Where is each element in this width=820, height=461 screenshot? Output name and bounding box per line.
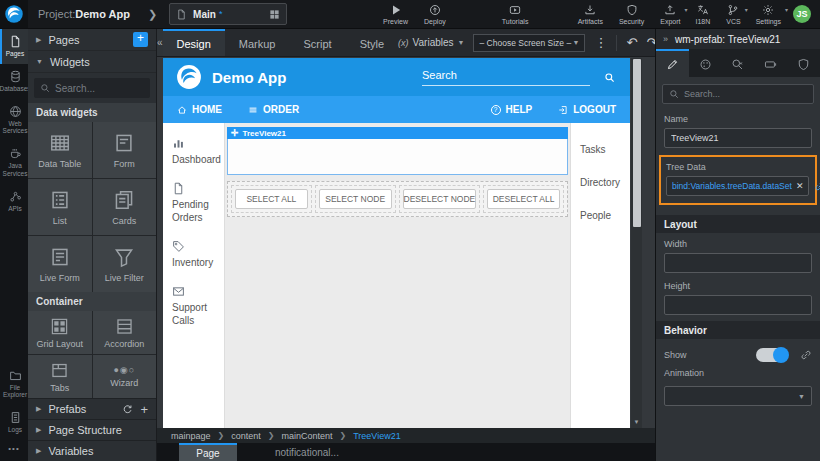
widget-tile-tabs[interactable]: Tabs [28, 355, 92, 398]
properties-search[interactable] [662, 84, 814, 104]
breadcrumb-mainpage[interactable]: mainpage [171, 431, 211, 441]
scrollbar-thumb[interactable] [633, 59, 641, 227]
breadcrumb-content[interactable]: content [231, 431, 261, 441]
rail-item-apis[interactable]: APIs [0, 184, 28, 219]
vcs-button[interactable]: VCS [718, 0, 748, 28]
rail-item-logs[interactable]: Logs [0, 405, 28, 440]
app-search-field[interactable]: Search [422, 69, 590, 86]
export-button[interactable]: Export [652, 0, 688, 28]
breadcrumb-maincontent[interactable]: mainContent [281, 431, 332, 441]
menu-item-inventory[interactable]: Inventory [163, 232, 224, 277]
nav-home[interactable]: HOME [177, 104, 222, 115]
tab-design[interactable]: Design [163, 29, 225, 56]
tab-style[interactable]: Style [346, 29, 398, 56]
page-grid-icon[interactable] [269, 9, 280, 20]
show-toggle[interactable] [756, 348, 788, 362]
page-tab[interactable]: Page [179, 443, 237, 461]
nav-help[interactable]: ? HELP [491, 104, 533, 115]
widget-search-input[interactable] [55, 83, 140, 94]
tab-properties[interactable] [656, 49, 689, 77]
tab-events[interactable] [722, 49, 755, 77]
tutorials-button[interactable]: Tutorials [494, 0, 537, 28]
screen-size-select[interactable]: – Choose Screen Size – ▼ [473, 34, 585, 52]
name-input[interactable] [664, 128, 812, 148]
bind-link-icon[interactable] [814, 180, 820, 192]
move-handle-icon[interactable]: ✛ [231, 128, 239, 138]
add-prefab-icon[interactable]: + [140, 402, 148, 417]
prefabs-accordion[interactable]: ▶ Prefabs + [28, 398, 156, 419]
settings-button[interactable]: Settings [748, 0, 789, 28]
rail-item-databases[interactable]: Databases [0, 64, 28, 99]
deselect-node-button[interactable]: DESELECT NODE [403, 189, 477, 209]
deselect-all-button[interactable]: DESELECT ALL [487, 189, 560, 209]
wavemaker-logo[interactable] [0, 0, 28, 28]
menu-item-people[interactable]: People [571, 199, 630, 232]
page-selector[interactable]: Main * [169, 3, 287, 25]
nav-order[interactable]: ORDER [248, 104, 299, 115]
widget-tile-data-table[interactable]: Data Table [28, 122, 92, 178]
widget-tile-cards[interactable]: Cards [93, 179, 157, 235]
tab-security[interactable] [787, 49, 820, 77]
refresh-icon[interactable] [122, 404, 133, 415]
rail-item-web-services[interactable]: Web Services [0, 99, 28, 142]
deploy-button[interactable]: Deploy [416, 0, 454, 28]
rail-item-pages[interactable]: Pages [0, 29, 28, 64]
widget-search[interactable] [34, 78, 150, 98]
behavior-section-header[interactable]: Behavior [656, 321, 820, 339]
vcs-dropdown[interactable]: VCS ▾ [718, 0, 747, 28]
rail-item-file-explorer[interactable]: File Explorer [0, 363, 28, 406]
select-all-button[interactable]: SELECT ALL [235, 189, 308, 209]
widget-tile-live-form[interactable]: Live Form [28, 236, 92, 292]
animation-select[interactable]: ▼ [664, 386, 812, 406]
i18n-button[interactable]: I18N [687, 0, 718, 28]
widget-tile-grid-layout[interactable]: Grid Layout [28, 311, 92, 354]
width-input[interactable] [664, 253, 812, 273]
widget-tile-wizard[interactable]: ●◉○ Wizard [93, 355, 157, 398]
rail-item-java-services[interactable]: Java Services [0, 141, 28, 184]
tab-script[interactable]: Script [290, 29, 346, 56]
tree-data-input[interactable]: bind:Variables.treeData.dataSet ✕ [666, 176, 809, 196]
variables-dropdown[interactable]: (x) Variables ▼ [398, 37, 464, 48]
bind-link-icon[interactable] [800, 349, 812, 361]
widget-selection-bar[interactable]: ✛ TreeView21 [227, 127, 568, 139]
settings-dropdown[interactable]: Settings ▾ [748, 0, 788, 28]
export-dropdown[interactable]: Export ▾ [652, 0, 687, 28]
security-button[interactable]: Security [611, 0, 652, 28]
artifacts-button[interactable]: Artifacts [570, 0, 611, 28]
preview-button[interactable]: Preview [375, 0, 416, 28]
collapse-right-panel-button[interactable]: » [663, 34, 668, 44]
widgets-accordion[interactable]: ▼ Widgets [28, 51, 156, 73]
layout-section-header[interactable]: Layout [656, 215, 820, 233]
widget-tile-accordion[interactable]: Accordion [93, 311, 157, 354]
pages-accordion[interactable]: ▶ Pages + [28, 29, 156, 51]
breadcrumb-treeview21[interactable]: TreeView21 [353, 431, 401, 441]
search-icon[interactable] [604, 72, 615, 83]
tab-styles[interactable] [689, 49, 722, 77]
select-node-button[interactable]: SELECT NODE [319, 189, 392, 209]
nav-logout[interactable]: LOGOUT [558, 104, 616, 115]
menu-item-directory[interactable]: Directory [571, 166, 630, 199]
undo-button[interactable]: ↶ [626, 36, 637, 49]
selected-treeview-widget[interactable]: ✛ TreeView21 [227, 127, 568, 175]
canvas-scrollbar[interactable]: ▼ [631, 58, 642, 428]
tab-markup[interactable]: Markup [225, 29, 290, 56]
properties-search-input[interactable] [684, 89, 794, 99]
rail-more-icon[interactable]: ••• [0, 440, 28, 461]
height-input[interactable] [664, 295, 812, 315]
widget-tile-live-filter[interactable]: Live Filter [93, 236, 157, 292]
clear-binding-icon[interactable]: ✕ [792, 181, 804, 191]
scrollbar-down-arrow[interactable]: ▼ [634, 419, 640, 428]
menu-item-dashboard[interactable]: Dashboard [163, 129, 224, 174]
tab-device[interactable] [754, 49, 787, 77]
add-page-button[interactable]: + [133, 32, 148, 47]
widget-tile-list[interactable]: List [28, 179, 92, 235]
widget-tile-form[interactable]: Form [93, 122, 157, 178]
variables-accordion[interactable]: ▶ Variables [28, 440, 156, 461]
treeview-widget-area[interactable] [227, 139, 568, 175]
user-avatar[interactable]: JS [793, 5, 811, 23]
menu-item-tasks[interactable]: Tasks [571, 133, 630, 166]
menu-item-support-calls[interactable]: Support Calls [163, 277, 224, 335]
menu-item-pending-orders[interactable]: Pending Orders [163, 174, 224, 232]
more-options-icon[interactable]: ⋮ [594, 36, 607, 49]
page-structure-accordion[interactable]: ▶ Page Structure [28, 419, 156, 440]
